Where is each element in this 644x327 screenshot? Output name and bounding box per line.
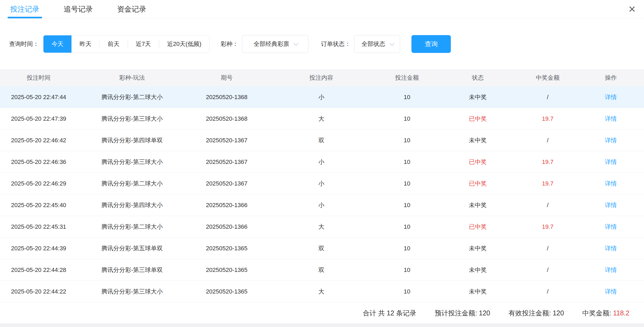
table-row: 2025-05-20 22:47:44 腾讯分分彩-第二球大小 20250520… bbox=[0, 86, 644, 108]
table-row: 2025-05-20 22:44:28 腾讯分分彩-第三球单双 20250520… bbox=[0, 259, 644, 281]
cell-game-play: 腾讯分分彩-第二球大小 bbox=[77, 223, 187, 231]
cell-prize-amount: / bbox=[518, 245, 578, 252]
cell-issue-number: 20250520-1366 bbox=[187, 223, 267, 230]
detail-link[interactable]: 详情 bbox=[605, 137, 617, 144]
chevron-down-icon bbox=[294, 41, 298, 46]
cell-bet-content: 双 bbox=[267, 136, 376, 144]
time-range-option[interactable]: 近7天 bbox=[128, 35, 159, 53]
cell-bet-content: 小 bbox=[267, 180, 376, 188]
table-row: 2025-05-20 22:45:31 腾讯分分彩-第二球大小 20250520… bbox=[0, 216, 644, 238]
cell-bet-time: 2025-05-20 22:44:39 bbox=[0, 245, 77, 252]
cell-bet-content: 大 bbox=[267, 288, 376, 296]
cell-status: 已中奖 bbox=[438, 180, 518, 188]
cell-issue-number: 20250520-1367 bbox=[187, 137, 267, 144]
cell-bet-content: 小 bbox=[267, 93, 376, 101]
cell-bet-content: 双 bbox=[267, 244, 376, 252]
search-button[interactable]: 查询 bbox=[411, 35, 451, 53]
cell-game-play: 腾讯分分彩-第三球大小 bbox=[77, 158, 187, 166]
table-body: 2025-05-20 22:47:44 腾讯分分彩-第二球大小 20250520… bbox=[0, 86, 644, 302]
cell-bet-time: 2025-05-20 22:46:36 bbox=[0, 159, 77, 166]
table-row: 2025-05-20 22:44:39 腾讯分分彩-第五球单双 20250520… bbox=[0, 238, 644, 259]
detail-link[interactable]: 详情 bbox=[605, 202, 617, 208]
col-actions: 操作 bbox=[578, 74, 644, 82]
filter-bar: 查询时间： 今天昨天前天近7天近20天(低频) 彩种： 全部经典彩票 订单状态：… bbox=[9, 35, 644, 53]
tab-bet-records[interactable]: 投注记录 bbox=[10, 0, 39, 18]
detail-link[interactable]: 详情 bbox=[605, 288, 617, 295]
cell-bet-content: 双 bbox=[267, 266, 376, 274]
cell-prize-amount: 19.7 bbox=[518, 180, 578, 187]
cell-bet-amount: 10 bbox=[376, 159, 438, 166]
cell-issue-number: 20250520-1365 bbox=[187, 267, 267, 274]
summary-total-records: 合计 共 12 条记录 bbox=[363, 309, 416, 318]
summary-expected-value: 120 bbox=[479, 309, 490, 317]
col-game-play: 彩种-玩法 bbox=[77, 74, 187, 82]
detail-link[interactable]: 详情 bbox=[605, 115, 617, 122]
cell-status: 未中奖 bbox=[438, 244, 518, 252]
summary-prize-amount: 中奖金额: 118.2 bbox=[582, 309, 629, 318]
detail-link[interactable]: 详情 bbox=[605, 159, 617, 165]
cell-game-play: 腾讯分分彩-第二球大小 bbox=[77, 93, 187, 101]
cell-prize-amount: / bbox=[518, 137, 578, 144]
cell-status: 未中奖 bbox=[438, 201, 518, 209]
cell-prize-amount: 19.7 bbox=[518, 115, 578, 122]
bet-records-table: 投注时间 彩种-玩法 期号 投注内容 投注金额 状态 中奖金额 操作 2025-… bbox=[0, 69, 644, 302]
detail-link[interactable]: 详情 bbox=[605, 267, 617, 273]
pagination-strip bbox=[0, 323, 644, 327]
col-issue-number: 期号 bbox=[187, 74, 267, 82]
cell-bet-time: 2025-05-20 22:47:44 bbox=[0, 94, 77, 101]
detail-link[interactable]: 详情 bbox=[605, 94, 617, 100]
order-status-select-value: 全部状态 bbox=[362, 40, 385, 48]
close-icon[interactable]: ✕ bbox=[628, 5, 636, 14]
time-range-option[interactable]: 昨天 bbox=[71, 35, 100, 53]
detail-link[interactable]: 详情 bbox=[605, 223, 617, 230]
cell-game-play: 腾讯分分彩-第二球大小 bbox=[77, 180, 187, 188]
summary-valid-value: 120 bbox=[553, 309, 564, 317]
time-range-group: 今天昨天前天近7天近20天(低频) bbox=[43, 35, 210, 53]
table-row: 2025-05-20 22:46:36 腾讯分分彩-第三球大小 20250520… bbox=[0, 151, 644, 173]
tab-chase-records[interactable]: 追号记录 bbox=[64, 0, 93, 18]
col-bet-time: 投注时间 bbox=[0, 74, 77, 82]
time-range-option[interactable]: 近20天(低频) bbox=[159, 35, 209, 53]
cell-prize-amount: / bbox=[518, 288, 578, 295]
cell-prize-amount: / bbox=[518, 94, 578, 101]
cell-bet-time: 2025-05-20 22:44:28 bbox=[0, 267, 77, 274]
tab-bar: 投注记录 追号记录 资金记录 ✕ bbox=[0, 0, 644, 18]
cell-issue-number: 20250520-1368 bbox=[187, 115, 267, 122]
cell-status: 未中奖 bbox=[438, 266, 518, 274]
detail-link[interactable]: 详情 bbox=[605, 180, 617, 187]
chevron-down-icon bbox=[390, 41, 394, 46]
order-status-filter-label: 订单状态： bbox=[321, 40, 350, 48]
summary-prize-value: 118.2 bbox=[613, 309, 629, 317]
lottery-select[interactable]: 全部经典彩票 bbox=[242, 35, 308, 53]
table-row: 2025-05-20 22:47:39 腾讯分分彩-第三球大小 20250520… bbox=[0, 108, 644, 130]
table-header-row: 投注时间 彩种-玩法 期号 投注内容 投注金额 状态 中奖金额 操作 bbox=[0, 69, 644, 86]
detail-link[interactable]: 详情 bbox=[605, 245, 617, 252]
table-row: 2025-05-20 22:44:22 腾讯分分彩-第三球大小 20250520… bbox=[0, 281, 644, 302]
time-range-option[interactable]: 今天 bbox=[43, 35, 71, 53]
summary-bar: 合计 共 12 条记录 预计投注金额: 120 有效投注金额: 120 中奖金额… bbox=[0, 302, 644, 323]
cell-bet-amount: 10 bbox=[376, 180, 438, 187]
bet-record-dialog: 投注记录 追号记录 资金记录 ✕ 查询时间： 今天昨天前天近7天近20天(低频)… bbox=[0, 0, 644, 327]
cell-issue-number: 20250520-1367 bbox=[187, 180, 267, 187]
time-range-option[interactable]: 前天 bbox=[100, 35, 128, 53]
col-bet-content: 投注内容 bbox=[267, 74, 376, 82]
cell-issue-number: 20250520-1367 bbox=[187, 159, 267, 166]
col-prize-amount: 中奖金额 bbox=[518, 74, 578, 82]
tab-fund-records[interactable]: 资金记录 bbox=[117, 0, 146, 18]
cell-bet-time: 2025-05-20 22:45:31 bbox=[0, 223, 77, 230]
cell-bet-amount: 10 bbox=[376, 115, 438, 122]
cell-status: 未中奖 bbox=[438, 136, 518, 144]
cell-bet-content: 小 bbox=[267, 201, 376, 209]
cell-status: 已中奖 bbox=[438, 115, 518, 123]
cell-game-play: 腾讯分分彩-第三球单双 bbox=[77, 266, 187, 274]
cell-bet-time: 2025-05-20 22:44:22 bbox=[0, 288, 77, 295]
col-bet-amount: 投注金额 bbox=[376, 74, 438, 82]
cell-bet-amount: 10 bbox=[376, 94, 438, 101]
tabs: 投注记录 追号记录 资金记录 bbox=[10, 0, 146, 18]
summary-expected-label: 预计投注金额: bbox=[435, 309, 477, 317]
cell-issue-number: 20250520-1368 bbox=[187, 94, 267, 101]
cell-bet-time: 2025-05-20 22:46:29 bbox=[0, 180, 77, 187]
order-status-select[interactable]: 全部状态 bbox=[354, 35, 400, 53]
summary-valid-label: 有效投注金额: bbox=[509, 309, 551, 317]
cell-bet-content: 大 bbox=[267, 115, 376, 123]
